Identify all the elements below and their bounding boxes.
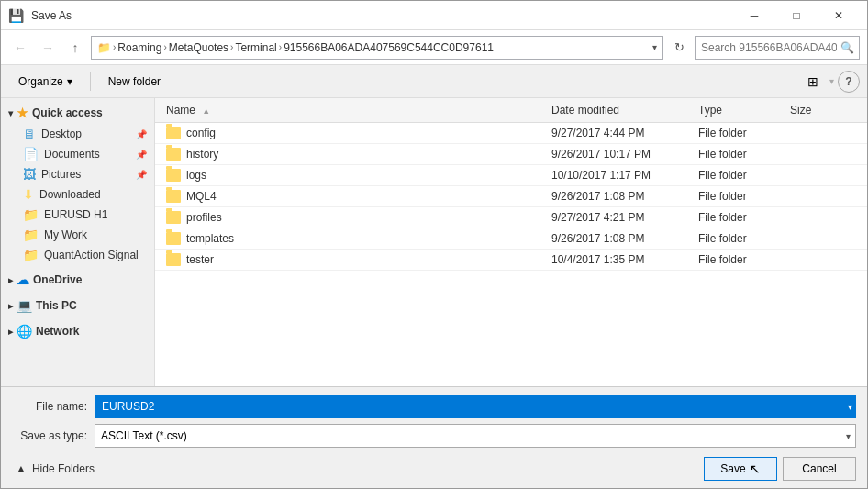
cancel-button[interactable]: Cancel bbox=[783, 457, 856, 481]
quick-access-header[interactable]: ▾ ★ Quick access bbox=[1, 102, 154, 124]
network-icon: 🌐 bbox=[17, 324, 32, 339]
file-type-cell: File folder bbox=[695, 166, 786, 184]
pictures-icon: 🖼 bbox=[23, 167, 36, 182]
table-row[interactable]: MQL4 9/26/2017 1:08 PM File folder bbox=[155, 186, 867, 207]
file-size-cell bbox=[786, 194, 860, 199]
maximize-button[interactable]: □ bbox=[775, 1, 818, 30]
folder-icon bbox=[166, 190, 181, 203]
file-type-cell: File folder bbox=[695, 229, 786, 248]
file-list-header: Name ▲ Date modified Type Size bbox=[155, 98, 867, 123]
title-bar-left: 💾 Save As bbox=[8, 8, 72, 23]
breadcrumb-roaming[interactable]: Roaming bbox=[117, 41, 161, 54]
filename-input[interactable] bbox=[95, 395, 856, 418]
breadcrumb-dropdown-button[interactable]: ▾ bbox=[652, 42, 657, 52]
organize-button[interactable]: Organize ▾ bbox=[8, 69, 83, 94]
back-button[interactable]: ← bbox=[8, 36, 32, 60]
toolbar-separator bbox=[90, 72, 91, 91]
file-name-cell: history bbox=[162, 145, 548, 163]
quantaction-folder-icon: 📁 bbox=[23, 248, 39, 262]
sidebar-item-desktop[interactable]: 🖥 Desktop 📌 bbox=[1, 124, 154, 144]
savetype-row: Save as type: ASCII Text (*.csv)All File… bbox=[12, 424, 856, 448]
table-row[interactable]: config 9/27/2017 4:44 PM File folder bbox=[155, 123, 867, 144]
table-row[interactable]: logs 10/10/2017 1:17 PM File folder bbox=[155, 165, 867, 186]
toolbar: Organize ▾ New folder ⊞ ▾ ? bbox=[1, 65, 867, 98]
mywork-folder-icon: 📁 bbox=[23, 228, 39, 242]
new-folder-label: New folder bbox=[108, 75, 161, 88]
toolbar-right: ⊞ ▾ ? bbox=[800, 69, 860, 94]
network-section: ▸ 🌐 Network bbox=[1, 320, 154, 342]
breadcrumb-guid[interactable]: 915566BA06ADA407569C544CC0D97611 bbox=[284, 41, 494, 54]
file-date-cell: 9/27/2017 4:44 PM bbox=[548, 124, 695, 142]
table-row[interactable]: history 9/26/2017 10:17 PM File folder bbox=[155, 144, 867, 165]
minimize-button[interactable]: ─ bbox=[733, 1, 775, 30]
desktop-icon: 🖥 bbox=[23, 127, 36, 141]
file-type-cell: File folder bbox=[695, 124, 786, 142]
table-row[interactable]: tester 10/4/2017 1:35 PM File folder bbox=[155, 250, 867, 271]
breadcrumb-terminal[interactable]: Terminal bbox=[235, 41, 276, 54]
savetype-select[interactable]: ASCII Text (*.csv)All Files (*.*) bbox=[95, 424, 856, 448]
hide-folders-bar[interactable]: ▲ Hide Folders bbox=[12, 459, 95, 475]
file-date-cell: 9/26/2017 1:08 PM bbox=[548, 187, 695, 206]
chevron-right-icon: ▸ bbox=[8, 275, 13, 285]
file-date-cell: 10/4/2017 1:35 PM bbox=[548, 250, 695, 269]
quick-access-label: Quick access bbox=[32, 106, 103, 119]
sidebar-item-mywork[interactable]: 📁 My Work bbox=[1, 225, 154, 245]
save-as-dialog: 💾 Save As ─ □ ✕ ← → ↑ 📁 › Roaming › Meta… bbox=[0, 0, 868, 489]
table-row[interactable]: templates 9/26/2017 1:08 PM File folder bbox=[155, 228, 867, 250]
save-button[interactable]: Save ↖ bbox=[704, 457, 777, 481]
save-label: Save bbox=[720, 462, 745, 475]
table-row[interactable]: profiles 9/27/2017 4:21 PM File folder bbox=[155, 207, 867, 228]
sidebar-item-downloaded[interactable]: ⬇ Downloaded bbox=[1, 184, 154, 205]
refresh-button[interactable]: ↻ bbox=[667, 36, 691, 60]
search-input[interactable] bbox=[695, 36, 860, 60]
chevron-right-icon2: ▸ bbox=[8, 301, 13, 311]
thispc-label: This PC bbox=[36, 299, 77, 312]
filename-row: File name: ▾ bbox=[12, 395, 856, 418]
sidebar-item-documents[interactable]: 📄 Documents 📌 bbox=[1, 144, 154, 164]
file-type-cell: File folder bbox=[695, 187, 786, 206]
col-size[interactable]: Size bbox=[786, 100, 860, 120]
up-button[interactable]: ↑ bbox=[63, 36, 87, 60]
col-type[interactable]: Type bbox=[695, 100, 786, 120]
network-header[interactable]: ▸ 🌐 Network bbox=[1, 320, 154, 342]
onedrive-label: OneDrive bbox=[33, 273, 82, 286]
pin-icon-pictures: 📌 bbox=[136, 170, 147, 180]
folder-icon bbox=[166, 232, 181, 245]
savetype-select-wrapper: ASCII Text (*.csv)All Files (*.*) ▾ bbox=[95, 424, 856, 448]
chevron-down-icon: ▾ bbox=[8, 108, 13, 118]
title-controls: ─ □ ✕ bbox=[733, 1, 860, 30]
sidebar-item-quantaction[interactable]: 📁 QuantAction Signal bbox=[1, 245, 154, 265]
thispc-section: ▸ 💻 This PC bbox=[1, 295, 154, 317]
new-folder-button[interactable]: New folder bbox=[98, 69, 171, 94]
thispc-header[interactable]: ▸ 💻 This PC bbox=[1, 295, 154, 317]
quick-access-icon: ★ bbox=[17, 106, 28, 120]
title-bar: 💾 Save As ─ □ ✕ bbox=[1, 1, 867, 30]
breadcrumb: 📁 › Roaming › MetaQuotes › Terminal › 91… bbox=[91, 36, 663, 60]
folder-icon bbox=[166, 148, 181, 161]
action-row: Save ↖ Cancel bbox=[704, 457, 856, 481]
close-button[interactable]: ✕ bbox=[818, 1, 860, 30]
chevron-up-icon: ▲ bbox=[16, 462, 27, 475]
sidebar-item-pictures[interactable]: 🖼 Pictures 📌 bbox=[1, 164, 154, 184]
col-name[interactable]: Name ▲ bbox=[162, 100, 548, 120]
chevron-right-icon3: ▸ bbox=[8, 327, 13, 337]
file-list: Name ▲ Date modified Type Size config 9/… bbox=[155, 98, 867, 386]
file-name-cell: MQL4 bbox=[162, 187, 548, 206]
address-bar: ← → ↑ 📁 › Roaming › MetaQuotes › Termina… bbox=[1, 30, 867, 65]
pin-icon-documents: 📌 bbox=[136, 150, 147, 160]
filename-label: File name: bbox=[12, 400, 95, 413]
breadcrumb-folder-icon: 📁 bbox=[97, 41, 111, 54]
col-date[interactable]: Date modified bbox=[548, 100, 695, 120]
forward-button[interactable]: → bbox=[36, 36, 60, 60]
help-button[interactable]: ? bbox=[838, 71, 860, 93]
view-button[interactable]: ⊞ bbox=[800, 69, 826, 94]
file-date-cell: 10/10/2017 1:17 PM bbox=[548, 166, 695, 184]
sidebar-item-eurusd[interactable]: 📁 EURUSD H1 bbox=[1, 205, 154, 225]
folder-icon bbox=[166, 211, 181, 224]
window-title: Save As bbox=[31, 9, 72, 22]
breadcrumb-metaquotes[interactable]: MetaQuotes bbox=[169, 41, 228, 54]
folder-icon bbox=[166, 253, 181, 266]
file-size-cell bbox=[786, 257, 860, 262]
onedrive-header[interactable]: ▸ ☁ OneDrive bbox=[1, 269, 154, 291]
folder-icon bbox=[166, 169, 181, 182]
